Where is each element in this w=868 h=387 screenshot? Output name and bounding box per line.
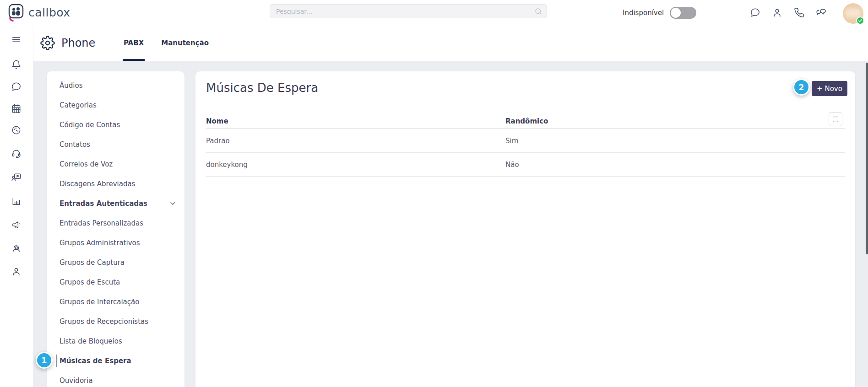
dashboard-gauge-icon[interactable] [11,125,22,135]
page-title: Músicas De Espera [206,81,318,95]
bar-chart-icon[interactable] [11,196,22,206]
messages-icon[interactable] [11,81,22,92]
availability-label: Indisponível [623,9,664,17]
conversations-icon[interactable] [816,7,827,18]
novo-button[interactable]: + Novo [812,81,847,96]
sidebar-item-contatos[interactable]: Contatos [47,134,184,154]
user-icon[interactable] [11,266,22,277]
topbar-icon-group [750,0,827,25]
sidebar-item-entradas-autenticadas[interactable]: Entradas Autenticadas [47,194,184,213]
active-item-marker [56,355,57,367]
topbar: callbox Indisponível [0,0,868,25]
cell-randomico: Não [505,161,845,169]
tab-manutencao[interactable]: Manutenção [160,25,210,61]
sidebar-item-grupos-de-escuta[interactable]: Grupos de Escuta [47,272,184,292]
module-header: Phone PABX Manutenção [33,25,868,61]
logo[interactable]: callbox [7,3,71,22]
pabx-sidebar: Áudios Categorias Código de Contas Conta… [47,71,184,387]
chevron-down-icon [169,200,176,207]
sidebar-item-discagens-abreviadas[interactable]: Discagens Abreviadas [47,174,184,194]
avatar[interactable] [843,3,863,24]
toggle-knob [671,8,681,18]
column-header-nome: Nome [206,117,505,125]
global-search [270,4,547,18]
contacts-icon[interactable] [772,7,782,18]
sidebar-item-lista-de-bloqueios[interactable]: Lista de Bloqueios [47,331,184,351]
sidebar-item-ouvidoria[interactable]: Ouvidoria [47,371,184,387]
step-badge-1: 1 [36,352,53,369]
search-input[interactable] [270,4,547,18]
main-panel: Músicas De Espera 2 + Novo Nome Randômic… [195,71,855,387]
sidebar-item-grupos-de-intercalacao[interactable]: Grupos de Intercalação [47,292,184,312]
logo-text: callbox [28,6,71,19]
online-status-icon [856,16,864,25]
logo-bubble-icon [7,3,24,22]
menu-icon[interactable] [11,34,22,45]
table-row[interactable]: Padrao Sim [206,129,845,153]
column-header-randomico: Randômico [505,117,845,125]
icon-rail [0,25,33,387]
sidebar-item-grupos-de-captura[interactable]: Grupos de Captura [47,253,184,272]
sidebar-item-entradas-personalizadas[interactable]: Entradas Personalizadas [47,213,184,233]
hold-music-table: Nome Randômico Padrao Sim donkeykong Não [206,113,845,177]
headset-icon[interactable] [11,148,22,159]
search-icon [534,7,542,16]
sidebar-item-musicas-de-espera[interactable]: Músicas de Espera [47,351,184,371]
support-agent-icon[interactable] [11,243,22,253]
calendar-icon[interactable] [11,103,22,114]
module-tabs: PABX Manutenção [123,25,210,61]
sidebar-item-codigo-de-contas[interactable]: Código de Contas [47,115,184,134]
notifications-bell-icon[interactable] [11,59,22,70]
sidebar-item-correios-de-voz[interactable]: Correios de Voz [47,154,184,174]
cell-randomico: Sim [505,137,845,145]
screen-share-user-icon[interactable] [11,172,22,183]
gear-icon [40,36,55,50]
megaphone-icon[interactable] [11,220,22,230]
sidebar-item-audios[interactable]: Áudios [47,75,184,95]
sidebar-item-grupos-de-recepcionistas[interactable]: Grupos de Recepcionistas [47,312,184,331]
vertical-scrollbar[interactable] [866,63,868,254]
availability-toggle[interactable] [670,7,696,19]
module-title: Phone [61,37,95,49]
cell-nome: Padrao [206,137,505,145]
table-header-row: Nome Randômico [206,113,845,129]
app-window: callbox Indisponível [0,0,868,387]
table-row[interactable]: donkeykong Não [206,153,845,177]
sidebar-item-grupos-administrativos[interactable]: Grupos Administrativos [47,233,184,253]
sidebar-item-categorias[interactable]: Categorias [47,95,184,115]
tab-pabx[interactable]: PABX [123,25,145,61]
phone-icon[interactable] [794,7,804,18]
step-badge-2: 2 [793,79,810,96]
cell-nome: donkeykong [206,161,505,169]
availability-control: Indisponível [623,0,696,25]
chat-icon[interactable] [750,7,760,18]
